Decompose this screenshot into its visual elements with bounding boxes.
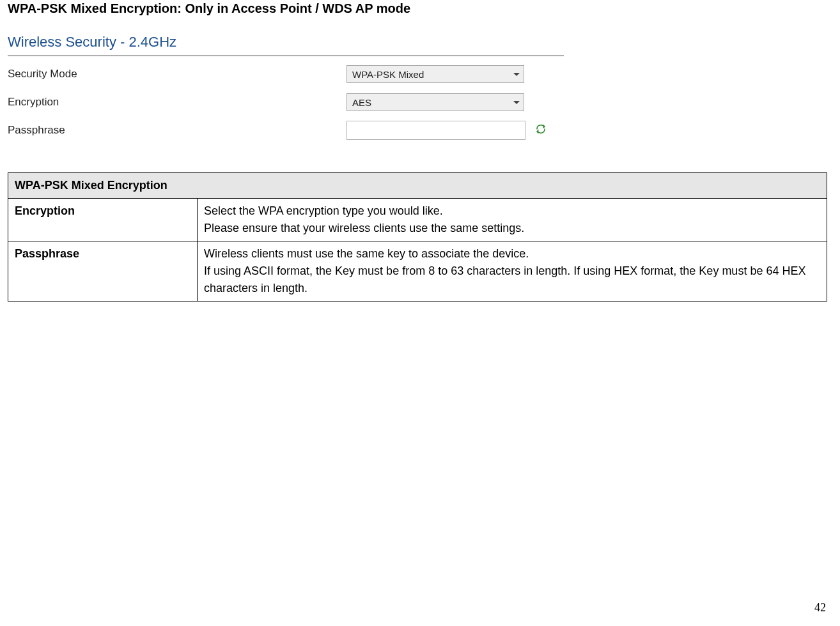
wireless-security-screenshot: Wireless Security - 2.4GHz Security Mode…	[8, 34, 564, 144]
security-mode-value: WPA-PSK Mixed	[352, 69, 424, 80]
row-security-mode: Security Mode WPA-PSK Mixed	[8, 60, 564, 88]
label-passphrase: Passphrase	[8, 124, 346, 137]
table-header: WPA-PSK Mixed Encryption	[8, 173, 827, 199]
chevron-down-icon	[513, 73, 520, 76]
cell-passphrase-label: Passphrase	[8, 241, 198, 302]
label-security-mode: Security Mode	[8, 68, 346, 80]
section-heading: Wireless Security - 2.4GHz	[8, 34, 564, 56]
page-title: WPA-PSK Mixed Encryption: Only in Access…	[8, 0, 832, 16]
cell-passphrase-desc: Wireless clients must use the same key t…	[198, 241, 827, 302]
passphrase-input[interactable]	[346, 121, 525, 140]
encryption-value: AES	[352, 97, 371, 108]
encryption-select[interactable]: AES	[346, 93, 524, 111]
description-table: WPA-PSK Mixed Encryption Encryption Sele…	[8, 172, 827, 302]
refresh-icon[interactable]	[536, 124, 546, 137]
row-encryption: Encryption AES	[8, 88, 564, 116]
label-encryption: Encryption	[8, 96, 346, 109]
chevron-down-icon	[513, 101, 520, 104]
cell-encryption-desc: Select the WPA encryption type you would…	[198, 199, 827, 241]
page-number: 42	[814, 601, 826, 615]
cell-encryption-label: Encryption	[8, 199, 198, 241]
table-row: Encryption Select the WPA encryption typ…	[8, 199, 827, 241]
row-passphrase: Passphrase	[8, 116, 564, 144]
security-mode-select[interactable]: WPA-PSK Mixed	[346, 65, 524, 83]
table-row: Passphrase Wireless clients must use the…	[8, 241, 827, 302]
